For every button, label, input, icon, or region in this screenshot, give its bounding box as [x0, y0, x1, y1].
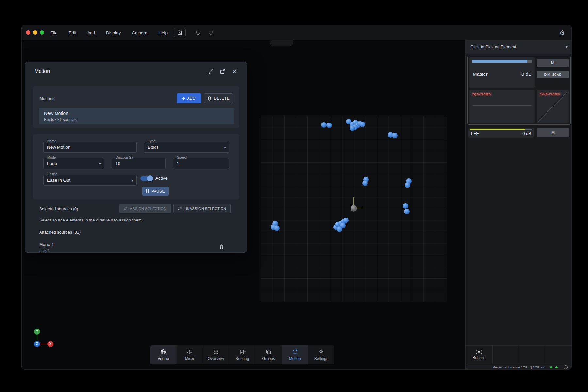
- tab-label: Routing: [236, 356, 249, 361]
- easing-select[interactable]: Ease In Out ▾: [43, 175, 137, 186]
- source-sphere[interactable]: [360, 122, 365, 127]
- element-picker-label: Click to Pick an Element: [470, 44, 565, 49]
- groups-icon: [265, 349, 272, 355]
- tab-overview[interactable]: Overview: [203, 345, 229, 364]
- plus-icon: +: [182, 96, 185, 101]
- element-picker-dropdown[interactable]: Click to Pick an Element ▾: [466, 40, 572, 54]
- grid-floor[interactable]: [261, 116, 447, 302]
- source-sphere[interactable]: [362, 180, 368, 186]
- close-icon[interactable]: ×: [231, 68, 238, 75]
- motion-list-item-selected[interactable]: New Motion Boids • 31 sources: [39, 108, 234, 124]
- lfe-mute-button[interactable]: M: [537, 128, 569, 137]
- unassign-selection-button[interactable]: UNASSIGN SELECTION: [173, 204, 231, 213]
- x-axis-line: [40, 344, 48, 344]
- assign-selection-button[interactable]: ASSIGN SELECTION: [119, 204, 171, 213]
- master-mute-button[interactable]: M: [537, 59, 569, 67]
- motion-dialog: Motion × Motions + ADD: [25, 62, 247, 253]
- duration-field: Duration (s): [112, 158, 166, 169]
- tab-routing[interactable]: Routing: [229, 345, 256, 364]
- source-sphere[interactable]: [340, 223, 346, 228]
- chevron-down-icon: ▾: [99, 161, 101, 166]
- easing-field-label: Easing: [46, 172, 59, 176]
- license-text: Perpetual License 128 in | 128 out: [493, 365, 545, 369]
- selected-sources-label: Selected sources (0): [39, 206, 78, 211]
- window-close-button[interactable]: [26, 30, 30, 35]
- tab-groups[interactable]: Groups: [255, 345, 282, 364]
- footer-cell-empty: [546, 346, 572, 364]
- window-zoom-button[interactable]: [40, 30, 44, 35]
- redo-icon[interactable]: [208, 29, 215, 36]
- undo-icon[interactable]: [194, 29, 201, 36]
- x-axis-node[interactable]: X: [47, 341, 53, 347]
- source-sphere[interactable]: [404, 209, 410, 214]
- tab-settings[interactable]: ⚙ Settings: [308, 345, 334, 364]
- app-window: File Edit Add Display Camera Help: [21, 25, 572, 370]
- tab-venue[interactable]: Venue: [150, 345, 177, 364]
- tab-label: Groups: [262, 356, 275, 361]
- collapsed-panel-stub: [270, 40, 293, 46]
- duration-input[interactable]: [112, 158, 166, 169]
- z-axis-node[interactable]: Z: [34, 341, 40, 347]
- active-toggle[interactable]: [140, 176, 152, 181]
- source-sphere[interactable]: [392, 133, 398, 138]
- tab-mixer[interactable]: Mixer: [177, 345, 203, 364]
- menu-add[interactable]: Add: [87, 30, 95, 35]
- menubar: File Edit Add Display Camera Help: [50, 25, 168, 40]
- lfe-level-slider[interactable]: [470, 129, 532, 130]
- master-level-value: 0 dB: [521, 71, 531, 77]
- master-eq-card[interactable]: EQ BYPASSED: [469, 90, 535, 123]
- busses-label: Busses: [473, 355, 485, 360]
- speed-input[interactable]: [173, 158, 229, 169]
- pause-button[interactable]: PAUSE: [142, 187, 169, 196]
- menu-camera[interactable]: Camera: [132, 30, 147, 35]
- speed-field-label: Speed: [176, 156, 188, 159]
- open-in-new-icon[interactable]: [219, 68, 226, 75]
- menu-display[interactable]: Display: [106, 30, 121, 35]
- type-field-label: Type: [147, 139, 156, 143]
- settings-gear-icon: ⚙: [318, 349, 324, 355]
- save-button[interactable]: [174, 28, 186, 37]
- motion-orbit-icon: [292, 349, 298, 355]
- info-icon[interactable]: i: [564, 365, 568, 369]
- busses-button[interactable]: Busses: [466, 346, 493, 364]
- window-minimize-button[interactable]: [33, 30, 37, 35]
- master-level-slider[interactable]: [472, 60, 532, 63]
- type-field: Type Boids ▾: [144, 142, 229, 153]
- mode-select[interactable]: Loop ▾: [43, 158, 104, 169]
- source-sphere[interactable]: [274, 225, 280, 231]
- chevron-down-icon: ▾: [224, 145, 226, 150]
- mixer-faders-icon: [186, 349, 193, 355]
- name-input[interactable]: [43, 142, 137, 153]
- source-sphere[interactable]: [405, 182, 410, 188]
- master-dim-button[interactable]: DIM -20 dB: [537, 71, 569, 78]
- save-icon: [177, 30, 182, 35]
- source-sphere[interactable]: [350, 125, 355, 131]
- expand-icon[interactable]: [207, 68, 215, 75]
- menu-file[interactable]: File: [50, 30, 57, 35]
- add-motion-button[interactable]: + ADD: [177, 93, 201, 103]
- y-axis-node[interactable]: Y: [34, 329, 40, 335]
- y-axis-line: [37, 334, 37, 341]
- source-sphere[interactable]: [326, 122, 332, 128]
- menu-edit[interactable]: Edit: [69, 30, 76, 35]
- type-select[interactable]: Boids ▾: [144, 142, 229, 153]
- desktop-background: File Edit Add Display Camera Help: [0, 0, 588, 392]
- remove-attached-source-button[interactable]: [219, 243, 226, 250]
- source-sphere[interactable]: [343, 218, 349, 223]
- source-sphere[interactable]: [321, 122, 327, 128]
- duration-field-label: Duration (s): [114, 156, 134, 159]
- delete-motion-button[interactable]: DELETE: [204, 93, 233, 103]
- lfe-fader-card[interactable]: LFE 0 dB: [468, 128, 534, 138]
- source-sphere[interactable]: [403, 203, 408, 209]
- master-dyn-card[interactable]: DYN BYPASSED: [537, 90, 569, 123]
- tab-label: Motion: [289, 356, 301, 361]
- bottom-tabbar: Venue Mixer: [150, 345, 334, 364]
- app-settings-gear-icon[interactable]: ⚙: [559, 28, 565, 37]
- footer-cell-empty: [519, 346, 546, 364]
- tab-motion[interactable]: Motion: [282, 345, 308, 364]
- menu-help[interactable]: Help: [158, 30, 168, 35]
- master-fader-card[interactable]: Master 0 dB: [469, 57, 535, 88]
- active-toggle-wrap: Active: [140, 176, 168, 181]
- gizmo-center-handle[interactable]: [351, 205, 357, 212]
- tab-label: Settings: [314, 356, 328, 361]
